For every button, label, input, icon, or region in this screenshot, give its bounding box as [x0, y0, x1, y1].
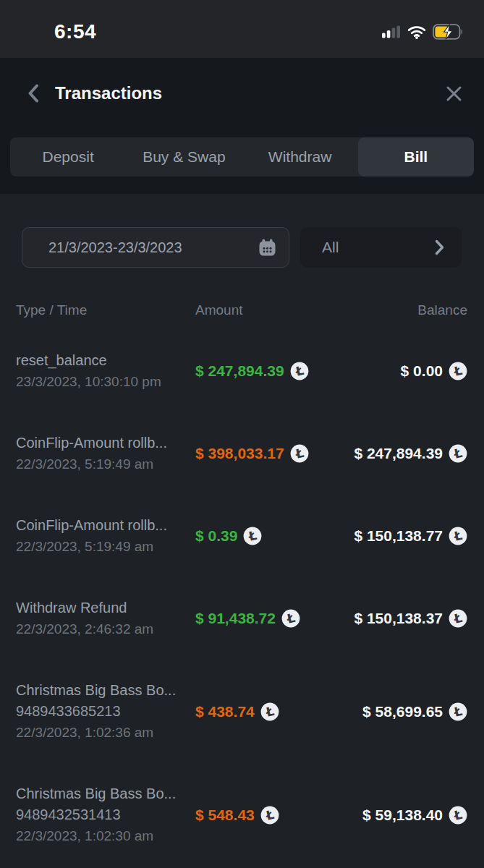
- transaction-amount: $ 438.74 Ł: [195, 702, 337, 721]
- transaction-time: 22/3/2023, 2:46:32 am: [16, 618, 190, 639]
- tab-withdraw[interactable]: Withdraw: [242, 137, 358, 176]
- tab-deposit[interactable]: Deposit: [10, 137, 126, 176]
- calendar-icon: [258, 238, 277, 258]
- cellular-signal-icon: [382, 25, 401, 38]
- status-bar: 6:54: [0, 0, 484, 58]
- transaction-amount: $ 91,438.72 Ł: [195, 609, 337, 628]
- transaction-row[interactable]: Christmas Big Bass Bo... 9489433685213 2…: [0, 680, 484, 743]
- chevron-right-icon: [435, 239, 444, 255]
- battery-icon: [433, 24, 464, 40]
- transaction-balance: $ 150,138.37 Ł: [337, 609, 467, 628]
- transaction-time: 22/3/2023, 1:02:30 am: [16, 825, 190, 846]
- date-range-value: 21/3/2023-23/3/2023: [48, 239, 182, 256]
- category-filter-value: All: [322, 239, 339, 256]
- transaction-row[interactable]: Withdraw Refund 22/3/2023, 2:46:32 am $ …: [0, 597, 484, 639]
- litecoin-coin-icon: Ł: [260, 702, 279, 721]
- content: 21/3/2023-23/3/2023 A: [0, 194, 484, 868]
- transaction-info: CoinFlip-Amount rollb... 22/3/2023, 5:19…: [16, 515, 195, 557]
- transaction-type: CoinFlip-Amount rollb...: [16, 433, 190, 454]
- transaction-info: CoinFlip-Amount rollb... 22/3/2023, 5:19…: [16, 433, 195, 475]
- litecoin-coin-icon: Ł: [449, 702, 467, 721]
- nav-header: Transactions: [0, 74, 484, 113]
- filter-row: 21/3/2023-23/3/2023 A: [22, 227, 462, 268]
- table-header-row: Type / Time Amount Balance: [0, 302, 484, 318]
- column-header-balance: Balance: [337, 302, 467, 318]
- back-button[interactable]: [26, 81, 41, 106]
- transaction-amount: $ 247,894.39 Ł: [195, 362, 337, 380]
- transaction-balance: $ 0.00 Ł: [337, 362, 467, 380]
- header-section: Transactions DepositBuy & SwapWithdrawBi…: [0, 58, 484, 194]
- column-header-amount: Amount: [195, 302, 337, 318]
- chevron-left-icon: [27, 84, 39, 103]
- column-header-type-time: Type / Time: [16, 302, 195, 318]
- litecoin-coin-icon: Ł: [449, 362, 467, 380]
- transaction-row[interactable]: Christmas Big Bass Bo... 9489432531413 2…: [0, 783, 484, 846]
- transaction-id: 9489433685213: [16, 701, 190, 722]
- tab-bar: DepositBuy & SwapWithdrawBill: [10, 137, 474, 176]
- transaction-type: Christmas Big Bass Bo...: [16, 783, 190, 804]
- litecoin-coin-icon: Ł: [281, 609, 300, 628]
- page-title: Transactions: [55, 83, 443, 103]
- transaction-time: 22/3/2023, 5:19:49 am: [16, 536, 190, 557]
- transaction-type: Withdraw Refund: [16, 597, 190, 618]
- transaction-balance: $ 247,894.39 Ł: [337, 444, 467, 463]
- tab-bill[interactable]: Bill: [358, 137, 474, 176]
- transaction-info: Withdraw Refund 22/3/2023, 2:46:32 am: [16, 597, 195, 639]
- tab-buy-swap[interactable]: Buy & Swap: [126, 137, 242, 176]
- wifi-icon: [407, 25, 426, 39]
- transaction-time: 23/3/2023, 10:30:10 pm: [16, 371, 190, 392]
- transaction-row[interactable]: CoinFlip-Amount rollb... 22/3/2023, 5:19…: [0, 515, 484, 557]
- litecoin-coin-icon: Ł: [290, 362, 309, 380]
- transaction-list: reset_balance 23/3/2023, 10:30:10 pm $ 2…: [0, 350, 484, 846]
- transaction-info: Christmas Big Bass Bo... 9489432531413 2…: [16, 783, 195, 846]
- transaction-time: 22/3/2023, 1:02:36 am: [16, 722, 190, 743]
- litecoin-coin-icon: Ł: [449, 444, 467, 463]
- transaction-type: Christmas Big Bass Bo...: [16, 680, 190, 701]
- status-time: 6:54: [54, 20, 96, 43]
- litecoin-coin-icon: Ł: [449, 806, 467, 825]
- date-range-field[interactable]: 21/3/2023-23/3/2023: [22, 227, 289, 268]
- litecoin-coin-icon: Ł: [243, 527, 262, 545]
- transaction-balance: $ 150,138.77 Ł: [337, 527, 467, 545]
- transaction-amount: $ 398,033.17 Ł: [195, 444, 337, 463]
- transaction-amount: $ 0.39 Ł: [195, 527, 337, 545]
- transaction-time: 22/3/2023, 5:19:49 am: [16, 454, 190, 475]
- litecoin-coin-icon: Ł: [449, 609, 467, 628]
- transaction-balance: $ 59,138.40 Ł: [337, 806, 467, 825]
- app-screen: 6:54: [0, 0, 484, 868]
- transaction-id: 9489432531413: [16, 804, 190, 825]
- litecoin-coin-icon: Ł: [260, 806, 279, 825]
- transaction-info: Christmas Big Bass Bo... 9489433685213 2…: [16, 680, 195, 743]
- transaction-row[interactable]: reset_balance 23/3/2023, 10:30:10 pm $ 2…: [0, 350, 484, 392]
- litecoin-coin-icon: Ł: [290, 444, 309, 463]
- category-filter-select[interactable]: All: [300, 227, 462, 268]
- close-icon: [446, 85, 462, 102]
- status-icons: [382, 24, 464, 40]
- transaction-type: CoinFlip-Amount rollb...: [16, 515, 190, 536]
- transaction-balance: $ 58,699.65 Ł: [337, 702, 467, 721]
- litecoin-coin-icon: Ł: [449, 527, 467, 545]
- close-button[interactable]: [443, 82, 465, 105]
- transaction-type: reset_balance: [16, 350, 190, 371]
- transaction-row[interactable]: CoinFlip-Amount rollb... 22/3/2023, 5:19…: [0, 433, 484, 475]
- transaction-info: reset_balance 23/3/2023, 10:30:10 pm: [16, 350, 195, 392]
- transaction-amount: $ 548.43 Ł: [195, 806, 337, 825]
